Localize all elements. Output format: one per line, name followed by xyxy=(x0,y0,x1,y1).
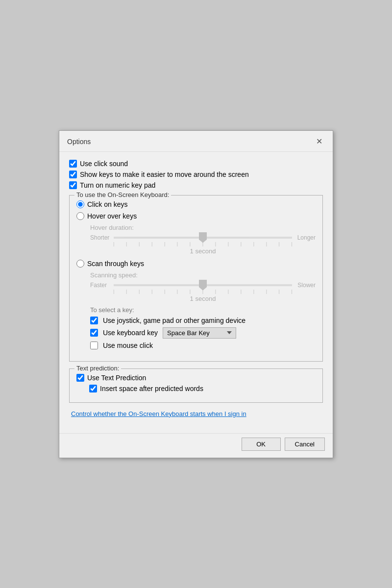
mouse-click-label[interactable]: Use mouse click xyxy=(103,342,153,349)
select-key-label: To select a key: xyxy=(90,306,316,314)
hover-over-keys-label[interactable]: Hover over keys xyxy=(87,212,137,220)
show-keys-checkbox[interactable] xyxy=(69,171,77,178)
use-click-sound-label[interactable]: Use click sound xyxy=(80,160,128,168)
scanning-speed-slider[interactable] xyxy=(114,284,292,286)
text-prediction-section-label: Text prediction: xyxy=(74,365,121,372)
scan-through-keys-label[interactable]: Scan through keys xyxy=(87,260,144,268)
close-button[interactable]: ✕ xyxy=(313,136,325,147)
joystick-row: Use joystick, game pad or other gaming d… xyxy=(90,317,316,324)
use-text-prediction-row: Use Text Prediction xyxy=(76,374,316,382)
ok-button[interactable]: OK xyxy=(242,438,281,451)
shorter-label: Shorter xyxy=(90,234,110,241)
keyboard-section: To use the On-Screen Keyboard: Click on … xyxy=(69,195,323,362)
top-checkboxes: Use click sound Show keys to make it eas… xyxy=(69,160,323,189)
text-prediction-section: Text prediction: Use Text Prediction Ins… xyxy=(69,368,323,403)
slower-label: Slower xyxy=(296,282,316,289)
mouse-click-row: Use mouse click xyxy=(90,342,316,349)
keyboard-key-label[interactable]: Use keyboard key xyxy=(103,329,158,337)
mouse-click-checkbox[interactable] xyxy=(90,342,98,349)
insert-space-row: Insert space after predicted words xyxy=(76,385,316,392)
dialog-footer: OK Cancel xyxy=(59,433,333,458)
use-text-prediction-label[interactable]: Use Text Prediction xyxy=(87,374,146,382)
joystick-checkbox[interactable] xyxy=(90,317,98,324)
dialog-title: Options xyxy=(67,138,91,146)
hover-over-keys-row: Hover over keys xyxy=(76,212,316,220)
hover-duration-label: Hover duration: xyxy=(90,224,316,231)
numeric-keypad-row: Turn on numeric key pad xyxy=(69,181,323,189)
link-row: Control whether the On-Screen Keyboard s… xyxy=(69,410,323,417)
scan-sub-section: Scanning speed: Faster Slower | | | | | … xyxy=(76,271,316,349)
key-select-dropdown[interactable]: Space Bar Key Enter Key Escape Key Backs… xyxy=(163,327,236,339)
use-click-sound-row: Use click sound xyxy=(69,160,323,168)
faster-label: Faster xyxy=(90,282,110,289)
hover-slider-row: Shorter Longer xyxy=(90,234,316,241)
hover-duration-slider[interactable] xyxy=(114,237,292,239)
keyboard-key-row: Use keyboard key Space Bar Key Enter Key… xyxy=(90,327,316,339)
options-dialog: Options ✕ Use click sound Show keys to m… xyxy=(59,130,333,458)
keyboard-key-checkbox[interactable] xyxy=(90,329,98,337)
numeric-keypad-label[interactable]: Turn on numeric key pad xyxy=(80,181,155,189)
scan-through-keys-radio[interactable] xyxy=(76,260,84,268)
keyboard-startup-link[interactable]: Control whether the On-Screen Keyboard s… xyxy=(71,410,246,417)
scan-through-keys-row: Scan through keys xyxy=(76,260,316,268)
joystick-label[interactable]: Use joystick, game pad or other gaming d… xyxy=(103,317,245,324)
click-on-keys-row: Click on keys xyxy=(76,200,316,208)
insert-space-checkbox[interactable] xyxy=(89,385,97,392)
keyboard-section-label: To use the On-Screen Keyboard: xyxy=(74,191,171,198)
longer-label: Longer xyxy=(296,234,316,241)
hover-sub-section: Hover duration: Shorter Longer | | | | |… xyxy=(76,224,316,255)
use-click-sound-checkbox[interactable] xyxy=(69,160,77,168)
show-keys-row: Show keys to make it easier to move arou… xyxy=(69,171,323,178)
scan-value: 1 second xyxy=(90,295,316,302)
dialog-body: Use click sound Show keys to make it eas… xyxy=(59,152,333,433)
scanning-speed-label: Scanning speed: xyxy=(90,271,316,279)
cancel-button[interactable]: Cancel xyxy=(285,438,325,451)
numeric-keypad-checkbox[interactable] xyxy=(69,181,77,189)
hover-value: 1 second xyxy=(90,247,316,255)
hover-over-keys-radio[interactable] xyxy=(76,212,84,220)
show-keys-label[interactable]: Show keys to make it easier to move arou… xyxy=(80,171,249,178)
insert-space-label[interactable]: Insert space after predicted words xyxy=(100,385,203,392)
title-bar: Options ✕ xyxy=(59,131,333,152)
use-text-prediction-checkbox[interactable] xyxy=(76,374,84,382)
click-on-keys-radio[interactable] xyxy=(76,200,84,208)
scan-slider-row: Faster Slower xyxy=(90,282,316,289)
click-on-keys-label[interactable]: Click on keys xyxy=(87,200,127,208)
